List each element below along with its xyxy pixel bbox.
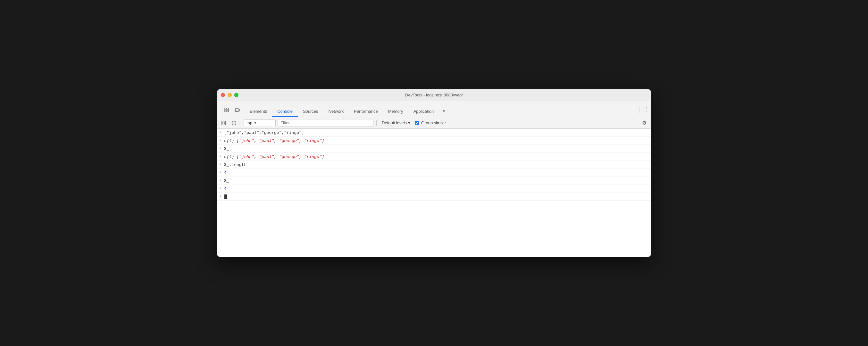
tab-performance[interactable]: Performance [349, 106, 383, 117]
devtools-window: DevTools - localhost:8080/web/ [217, 89, 651, 257]
tab-sources[interactable]: Sources [298, 106, 323, 117]
row-content: 4 [224, 170, 648, 175]
clear-button[interactable] [230, 119, 238, 127]
row-content: $_ [224, 178, 648, 183]
execute-button[interactable] [220, 119, 228, 127]
comma: , [299, 138, 304, 143]
console-row: ‹ ▶ (4) [ "john" , "paul" , "george" , "… [217, 153, 651, 161]
array-bracket-close: ] [322, 138, 324, 143]
array-count: (4) [227, 138, 237, 143]
window-title: DevTools - localhost:8080/web/ [405, 93, 463, 97]
devtools-panel: Elements Console Sources Network Perform… [217, 101, 651, 257]
code-text: $_ [224, 179, 229, 183]
console-row: › $_ [217, 145, 651, 153]
expand-triangle[interactable]: ▶ [224, 155, 226, 159]
minimize-button[interactable] [227, 93, 232, 97]
filter-input[interactable] [278, 119, 374, 127]
row-content: ["john","paul","george","ringo"] [224, 130, 648, 135]
console-row: ‹ 4 [217, 185, 651, 193]
code-text: ["john","paul","george","ringo"] [224, 130, 304, 135]
array-bracket-open: [ [237, 138, 239, 143]
number-value: 4 [224, 170, 227, 175]
console-toolbar: top ▾ Default levels ▾ Group similar ⚙ [217, 117, 651, 129]
row-content: 4 [224, 186, 648, 191]
titlebar: DevTools - localhost:8080/web/ [217, 89, 651, 101]
output-arrow: ‹ [217, 138, 224, 142]
comma: , [274, 154, 279, 159]
device-icon[interactable] [233, 105, 242, 114]
comma: , [274, 138, 279, 143]
comma: , [299, 154, 304, 159]
tab-elements[interactable]: Elements [245, 106, 272, 117]
array-item: "george" [279, 138, 299, 143]
number-value: 4 [224, 186, 227, 191]
tabs-right: ⋮ [636, 105, 651, 117]
svg-rect-1 [238, 109, 240, 111]
array-item: "paul" [259, 138, 274, 143]
output-arrow: ‹ [217, 154, 224, 158]
console-prompt-row[interactable]: › [217, 193, 651, 200]
cursor [224, 194, 227, 199]
input-arrow: › [217, 162, 224, 166]
console-row: ‹ ▶ (4) [ "john" , "paul" , "george" , "… [217, 137, 651, 145]
tabs: Elements Console Sources Network Perform… [245, 105, 450, 117]
tab-console[interactable]: Console [272, 106, 298, 117]
console-settings-button[interactable]: ⚙ [640, 119, 648, 127]
prompt-content [224, 194, 648, 199]
levels-button[interactable]: Default levels ▾ [379, 120, 413, 126]
code-text: $_.length [224, 162, 247, 167]
context-selector[interactable]: top ▾ [244, 120, 276, 126]
tab-icon-area [220, 105, 245, 117]
comma: , [254, 138, 259, 143]
inspector-icon[interactable] [222, 105, 231, 114]
group-similar-label[interactable]: Group similar [415, 121, 446, 125]
group-similar-text: Group similar [421, 121, 446, 125]
group-similar-checkbox[interactable] [415, 121, 419, 125]
array-item: "john" [239, 154, 254, 159]
levels-label: Default levels [382, 121, 407, 125]
tab-memory[interactable]: Memory [383, 106, 408, 117]
close-button[interactable] [221, 93, 225, 97]
output-arrow: ‹ [217, 170, 224, 174]
tabs-bar: Elements Console Sources Network Perform… [217, 101, 651, 117]
row-content: ▶ (4) [ "john" , "paul" , "george" , "ri… [224, 154, 648, 159]
console-row: › $_.length [217, 161, 651, 169]
array-item: "paul" [259, 154, 274, 159]
input-arrow: › [217, 130, 224, 134]
array-item: "john" [239, 138, 254, 143]
expand-triangle[interactable]: ▶ [224, 139, 226, 143]
row-content: $_.length [224, 162, 648, 167]
array-item: "ringo" [304, 154, 322, 159]
comma: , [254, 154, 259, 159]
row-content: $_ [224, 146, 648, 151]
toolbar-divider [241, 120, 241, 126]
console-row: ‹ 4 [217, 169, 651, 177]
svg-rect-3 [222, 121, 226, 125]
context-value: top [247, 121, 252, 125]
array-count: (4) [227, 154, 237, 159]
console-output: › ["john","paul","george","ringo"] ‹ ▶ (… [217, 129, 651, 257]
tab-network[interactable]: Network [323, 106, 349, 117]
traffic-lights [221, 93, 239, 97]
tab-more[interactable]: » [439, 105, 450, 117]
code-text: $_ [224, 147, 229, 151]
row-content: ▶ (4) [ "john" , "paul" , "george" , "ri… [224, 138, 648, 143]
prompt-arrow: › [217, 194, 224, 198]
array-bracket-open: [ [237, 154, 239, 159]
maximize-button[interactable] [234, 93, 239, 97]
console-row: › $_ [217, 177, 651, 185]
toolbar-divider-2 [376, 120, 377, 126]
devtools-settings-button[interactable]: ⋮ [643, 105, 651, 114]
input-arrow: › [217, 178, 224, 182]
settings-icon: ⚙ [642, 120, 647, 126]
console-row: › ["john","paul","george","ringo"] [217, 129, 651, 137]
context-dropdown-icon: ▾ [254, 121, 256, 125]
tab-application[interactable]: Application [408, 106, 439, 117]
input-arrow: › [217, 146, 224, 150]
array-bracket-close: ] [322, 154, 324, 159]
levels-dropdown-icon: ▾ [408, 121, 410, 125]
array-item: "ringo" [304, 138, 322, 143]
output-arrow: ‹ [217, 186, 224, 190]
array-item: "george" [279, 154, 299, 159]
